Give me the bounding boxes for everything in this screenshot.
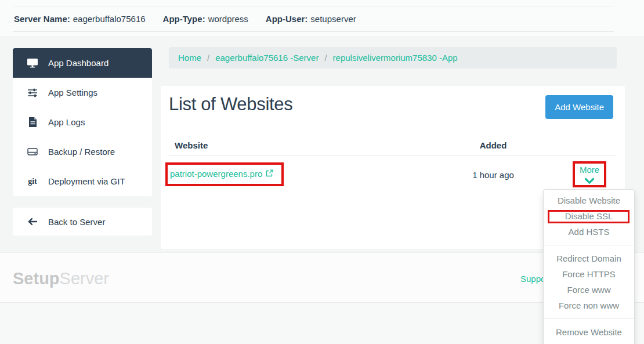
added-column-header: Added	[453, 140, 534, 150]
file-icon	[26, 117, 39, 127]
server-name-field: Server Name:eagerbuffalo75616	[14, 14, 146, 24]
back-to-server-label: Back to Server	[48, 217, 105, 227]
app-screen: Server Name:eagerbuffalo75616 App-Type:w…	[0, 0, 644, 344]
menu-item-force-https[interactable]: Force HTTPS	[544, 266, 634, 282]
menu-item-disable-website[interactable]: Disable Website	[544, 193, 634, 208]
website-link-label: patriot-powergreens.pro	[170, 169, 262, 179]
drive-icon	[26, 147, 39, 156]
app-type-field: App-Type:wordpress	[163, 14, 248, 24]
menu-divider	[544, 245, 634, 245]
sidebar-item-label: App Settings	[48, 88, 97, 97]
app-type-label: App-Type:	[163, 14, 205, 24]
logo-bold-part: Setup	[13, 269, 60, 288]
table-header-divider	[169, 155, 617, 156]
sidebar-item-deployment-git[interactable]: git Deployment via GIT	[13, 166, 152, 196]
sliders-icon	[26, 88, 39, 97]
added-cell: 1 hour ago	[453, 170, 534, 180]
sidebar-item-label: App Dashboard	[48, 58, 108, 68]
menu-item-disable-ssl[interactable]: Disable SSL	[544, 208, 634, 224]
sidebar-item-label: Backup / Restore	[48, 147, 115, 157]
sidebar-item-app-dashboard[interactable]: App Dashboard	[13, 48, 152, 78]
app-user-label: App-User:	[266, 14, 308, 24]
sidebar-item-app-settings[interactable]: App Settings	[13, 78, 152, 107]
chevron-down-icon	[566, 176, 613, 187]
setupserver-logo: SetupServer	[13, 267, 109, 289]
menu-item-force-non-www[interactable]: Force non www	[544, 298, 634, 313]
sidebar-item-backup-restore[interactable]: Backup / Restore	[13, 137, 152, 166]
server-info-bar: Server Name:eagerbuffalo75616 App-Type:w…	[13, 6, 614, 32]
website-link[interactable]: patriot-powergreens.pro	[170, 169, 273, 179]
more-dropdown-menu: Disable Website Disable SSL Add HSTS Red…	[543, 189, 635, 344]
back-to-server-button[interactable]: Back to Server	[13, 208, 152, 236]
sidebar-item-app-logs[interactable]: App Logs	[13, 107, 152, 137]
page-title: List of Websites	[169, 94, 292, 115]
more-menu-button[interactable]: More	[566, 165, 613, 187]
menu-item-add-hsts[interactable]: Add HSTS	[544, 224, 634, 240]
menu-item-redirect-domain[interactable]: Redirect Domain	[544, 251, 634, 266]
sidebar: App Dashboard App Settings App Logs Back…	[13, 48, 152, 196]
sidebar-item-label: Deployment via GIT	[48, 176, 125, 186]
breadcrumb-home-link[interactable]: Home	[178, 53, 201, 63]
website-column-header: Website	[175, 140, 208, 150]
sidebar-item-label: App Logs	[48, 117, 85, 127]
arrow-left-icon	[26, 218, 39, 226]
breadcrumb-app-link[interactable]: repulsivelivermorium75830 -App	[333, 53, 458, 63]
server-name-value: eagerbuffalo75616	[73, 14, 146, 24]
monitor-icon	[26, 58, 39, 68]
breadcrumb-separator: /	[324, 53, 327, 63]
menu-item-remove-website[interactable]: Remove Website	[544, 324, 634, 340]
breadcrumb-separator: /	[207, 53, 209, 63]
add-website-button[interactable]: Add Website	[545, 95, 613, 119]
app-user-value: setupserver	[310, 14, 356, 24]
breadcrumb-server-link[interactable]: eagerbuffalo75616 -Server	[215, 53, 319, 63]
breadcrumb: Home / eagerbuffalo75616 -Server / repul…	[169, 47, 617, 68]
menu-divider	[544, 318, 634, 319]
external-link-icon	[266, 169, 273, 179]
app-user-field: App-User:setupserver	[266, 14, 356, 24]
git-icon: git	[26, 177, 39, 186]
more-label: More	[566, 165, 613, 175]
server-name-label: Server Name:	[14, 14, 70, 24]
logo-light-part: Server	[60, 269, 109, 288]
menu-item-force-www[interactable]: Force www	[544, 282, 634, 298]
app-type-value: wordpress	[208, 14, 248, 24]
